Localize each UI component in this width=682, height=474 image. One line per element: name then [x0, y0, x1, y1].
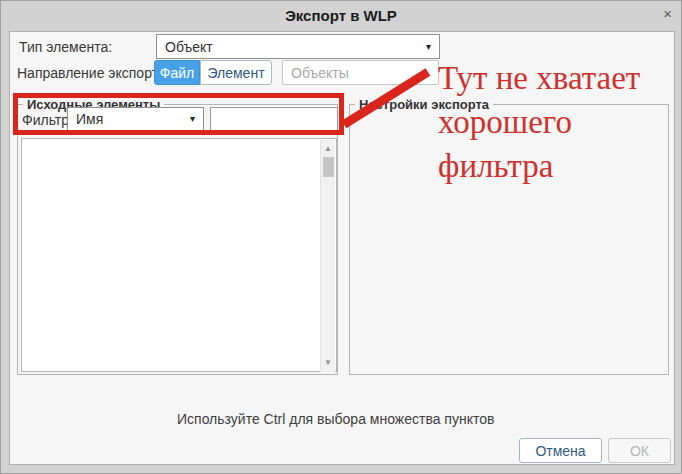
type-combobox-value: Объект: [165, 39, 213, 55]
objects-field[interactable]: [282, 60, 439, 85]
direction-file-button[interactable]: Файл: [154, 60, 200, 85]
export-dialog: Экспорт в WLP × Тип элемента: Объект ▾ Н…: [0, 0, 682, 474]
direction-element-button[interactable]: Элемент: [200, 60, 272, 85]
ctrl-hint-text: Используйте Ctrl для выбора множества пу…: [177, 411, 494, 427]
scrollbar-thumb[interactable]: [323, 157, 334, 177]
dialog-title: Экспорт в WLP: [1, 7, 681, 24]
export-settings-group: [349, 104, 669, 375]
source-elements-listbox[interactable]: ▲ ▼: [21, 138, 337, 372]
type-label: Тип элемента:: [19, 39, 112, 55]
filter-combobox[interactable]: Имя ▾: [67, 107, 204, 131]
filter-label: Фильтр:: [22, 112, 73, 128]
filter-combobox-value: Имя: [76, 111, 103, 127]
scrollbar-down-icon[interactable]: ▼: [321, 357, 335, 369]
type-combobox[interactable]: Объект ▾: [156, 34, 440, 59]
scrollbar-up-icon[interactable]: ▲: [321, 143, 335, 155]
close-icon[interactable]: ×: [663, 5, 672, 23]
ok-button[interactable]: ОК: [608, 438, 671, 463]
chevron-down-icon: ▾: [190, 114, 195, 124]
chevron-down-icon: ▾: [426, 42, 431, 52]
direction-label: Направление экспорта:: [17, 65, 170, 81]
filter-input[interactable]: [210, 107, 338, 131]
export-settings-legend: Настройки экспорта: [355, 97, 493, 112]
listbox-scrollbar[interactable]: ▲ ▼: [320, 140, 335, 372]
cancel-button[interactable]: Отмена: [519, 438, 602, 463]
